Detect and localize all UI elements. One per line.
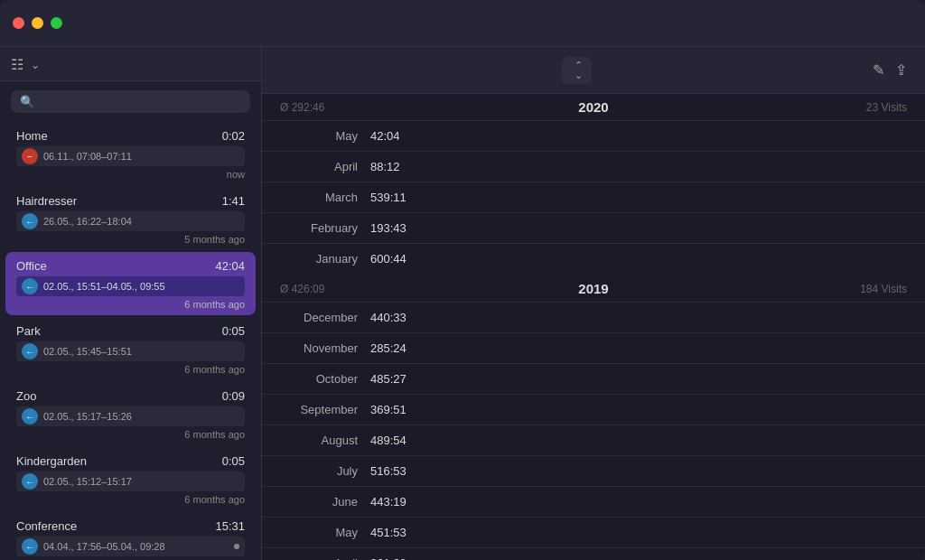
month-row[interactable]: May 42:04 — [262, 120, 925, 151]
sidebar-item-duration: 0:05 — [222, 454, 245, 468]
sidebar-item-bar: − 06.11., 07:08–07:11 — [16, 146, 245, 166]
month-name: March — [280, 191, 370, 204]
sidebar-item-time: 6 months ago — [16, 494, 245, 505]
sidebar-header: ☷ ⌄ — [0, 47, 261, 81]
sidebar-item-header: Zoo 0:09 — [16, 389, 245, 403]
month-name: May — [280, 526, 370, 539]
edit-icon[interactable]: ✎ — [873, 61, 884, 79]
month-row[interactable]: March 539:11 — [262, 182, 925, 212]
sidebar-item[interactable]: Conference 15:31 ← 04.04., 17:56–05.04.,… — [5, 512, 256, 560]
sidebar-item-bar: ← 02.05., 15:12–15:17 — [16, 471, 245, 491]
sidebar-item-time: 6 months ago — [16, 429, 245, 440]
bar-text: 02.05., 15:51–04.05., 09:55 — [43, 281, 239, 292]
year-avg: Ø 426:09 — [280, 283, 352, 295]
month-duration: 261:00 — [370, 556, 406, 560]
sidebar-item-duration: 15:31 — [215, 519, 245, 533]
minimize-button[interactable] — [32, 17, 43, 29]
sidebar-item-duration: 1:41 — [222, 194, 245, 208]
bar-icon: ← — [22, 473, 38, 490]
month-name: December — [280, 311, 370, 324]
month-name: October — [280, 372, 370, 386]
sidebar-list: Home 0:02 − 06.11., 07:08–07:11 now Hair… — [0, 120, 261, 560]
month-row[interactable]: September 369:51 — [262, 394, 925, 425]
search-input[interactable] — [40, 95, 241, 108]
search-icon: 🔍 — [20, 95, 34, 108]
sidebar-item-header: Kindergarden 0:05 — [16, 454, 245, 468]
month-name: April — [280, 160, 370, 173]
sidebar-item-bar: ← 04.04., 17:56–05.04., 09:28 — [16, 537, 245, 556]
sidebar-item-time: 6 months ago — [16, 299, 245, 310]
month-name: November — [280, 341, 370, 355]
month-row[interactable]: December 440:33 — [262, 302, 925, 332]
bar-text: 06.11., 07:08–07:11 — [43, 151, 239, 162]
month-name: June — [280, 495, 370, 509]
right-panel: ⌃ ⌄ ✎ ⇪ Ø 292:46 2020 23 Visits May 42:0… — [262, 47, 925, 560]
bar-dot — [234, 544, 239, 549]
sidebar-item[interactable]: Home 0:02 − 06.11., 07:08–07:11 now — [5, 122, 256, 185]
month-name: August — [280, 434, 370, 447]
sidebar-chevron-icon[interactable]: ⌄ — [31, 59, 40, 71]
bar-text: 02.05., 15:45–15:51 — [43, 346, 239, 357]
sidebar-item-header: Hairdresser 1:41 — [16, 194, 245, 208]
month-row[interactable]: January 600:44 — [262, 243, 925, 274]
bar-text: 02.05., 15:12–15:17 — [43, 476, 239, 487]
sidebar-item-name: Office — [16, 259, 47, 273]
bar-text: 04.04., 17:56–05.04., 09:28 — [43, 541, 229, 552]
sidebar-item-name: Park — [16, 324, 41, 338]
titlebar — [0, 0, 925, 47]
share-icon[interactable]: ⇪ — [895, 61, 907, 79]
year-section: Ø 292:46 2020 23 Visits May 42:04 April … — [262, 94, 925, 274]
search-bar[interactable]: 🔍 — [11, 90, 250, 113]
bar-text: 02.05., 15:17–15:26 — [43, 411, 239, 422]
sidebar-item-duration: 0:05 — [222, 324, 245, 338]
month-duration: 516:53 — [370, 464, 406, 478]
year-section: Ø 426:09 2019 184 Visits December 440:33… — [262, 275, 925, 560]
bar-icon: ← — [22, 408, 38, 425]
sidebar-list-icon[interactable]: ☷ — [11, 56, 23, 73]
month-row[interactable]: June 443:19 — [262, 486, 925, 517]
month-duration: 369:51 — [370, 403, 406, 416]
month-row[interactable]: August 489:54 — [262, 425, 925, 455]
bar-icon: − — [22, 148, 38, 164]
sidebar-item[interactable]: Park 0:05 ← 02.05., 15:45–15:51 6 months… — [5, 317, 256, 380]
sidebar-item-bar: ← 02.05., 15:45–15:51 — [16, 341, 245, 361]
bar-icon: ← — [22, 213, 38, 229]
month-row[interactable]: April 88:12 — [262, 151, 925, 182]
month-selector-container: ⌃ ⌄ — [562, 57, 592, 84]
month-duration: 539:11 — [370, 191, 406, 204]
main-layout: ☷ ⌄ 🔍 Home 0:02 − 06.11., 07:08–07:11 no… — [0, 47, 925, 560]
month-name: September — [280, 403, 370, 416]
traffic-lights — [13, 17, 62, 29]
month-row[interactable]: April 261:00 — [262, 547, 925, 560]
sidebar-item-duration: 0:02 — [222, 129, 245, 143]
sidebar-item-duration: 42:04 — [215, 259, 245, 273]
month-duration: 88:12 — [370, 160, 400, 173]
sidebar-item-header: Office 42:04 — [16, 259, 245, 273]
sidebar-item-time: now — [16, 169, 245, 180]
month-name: May — [280, 129, 370, 143]
month-row[interactable]: November 285:24 — [262, 332, 925, 363]
month-name: February — [280, 221, 370, 235]
maximize-button[interactable] — [51, 17, 62, 29]
month-row[interactable]: July 516:53 — [262, 455, 925, 486]
sidebar-item-bar: ← 26.05., 16:22–18:04 — [16, 211, 245, 231]
sidebar: ☷ ⌄ 🔍 Home 0:02 − 06.11., 07:08–07:11 no… — [0, 47, 262, 560]
sidebar-item-time: 6 months ago — [16, 364, 245, 375]
month-arrows-icon: ⌃ ⌄ — [575, 61, 583, 80]
sidebar-item[interactable]: Kindergarden 0:05 ← 02.05., 15:12–15:17 … — [5, 447, 256, 510]
sidebar-item[interactable]: Zoo 0:09 ← 02.05., 15:17–15:26 6 months … — [5, 382, 256, 445]
sidebar-item[interactable]: Office 42:04 ← 02.05., 15:51–04.05., 09:… — [5, 252, 256, 315]
sidebar-item-header: Conference 15:31 — [16, 519, 245, 533]
month-row[interactable]: February 193:43 — [262, 212, 925, 243]
month-duration: 485:27 — [370, 372, 406, 386]
year-visits: 23 Visits — [835, 101, 907, 114]
month-row[interactable]: May 451:53 — [262, 517, 925, 547]
sidebar-item[interactable]: Hairdresser 1:41 ← 26.05., 16:22–18:04 5… — [5, 187, 256, 250]
month-selector[interactable]: ⌃ ⌄ — [562, 57, 592, 84]
close-button[interactable] — [13, 17, 24, 29]
year-row: Ø 426:09 2019 184 Visits — [262, 275, 925, 302]
sidebar-item-name: Kindergarden — [16, 454, 87, 468]
month-duration: 193:43 — [370, 221, 406, 235]
month-row[interactable]: October 485:27 — [262, 363, 925, 394]
year-label: 2020 — [352, 99, 835, 115]
